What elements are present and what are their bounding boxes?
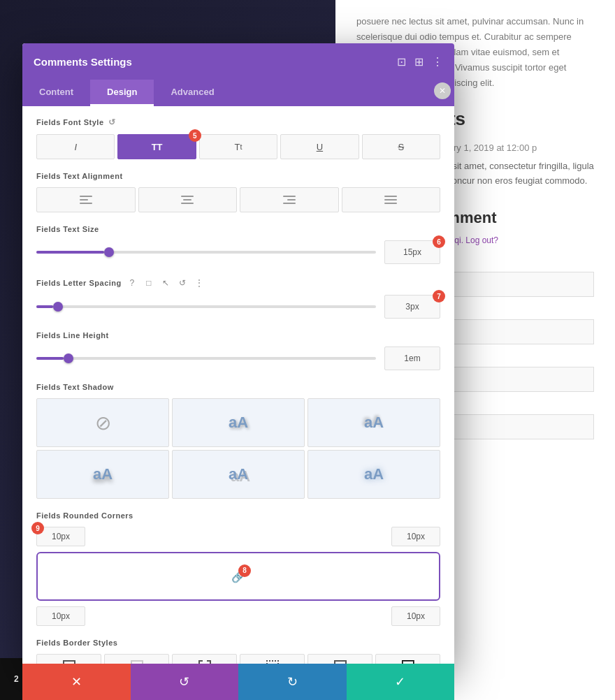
corner-top-right-input[interactable]: 10px [391,527,440,546]
corner-bottom-left-input[interactable]: 10px [36,606,85,626]
corner-bottom-right-input[interactable]: 10px [391,606,440,626]
alignment-buttons [36,187,440,212]
text-shadow-grid: ⊘ aA aA aA aA aA [36,398,440,499]
more-icon[interactable]: ⋮ [432,55,443,68]
device-icon[interactable]: □ [143,277,155,289]
border-styles-label-text: Fields Border Styles [36,639,117,647]
modal-header: Comments Settings ⊡ ⊞ ⋮ [22,43,454,80]
font-style-buttons: I TT 5 Tt U S [36,134,440,159]
line-height-label-text: Fields Line Height [36,331,109,340]
text-size-slider-fill [36,251,104,254]
cancel-button[interactable]: ✕ [22,664,131,700]
tab-design[interactable]: Design [90,80,154,106]
letter-spacing-value: 3px 7 [384,295,440,319]
columns-icon[interactable]: ⊞ [414,55,424,68]
text-size-slider-thumb[interactable] [104,247,114,257]
badge-7: 7 [433,290,445,302]
align-center-icon [181,196,194,204]
undo-icon[interactable]: ↺ [176,277,189,289]
letter-spacing-label-row: Fields Letter Spacing ? □ ↖ ↺ ⋮ [36,277,440,289]
corner-bottom-right-value: 10px [407,611,425,621]
line-height-slider-row: 1em [36,347,440,370]
text-size-slider-row: 15px 6 [36,240,440,264]
capitalize-button[interactable]: Tt [199,134,277,159]
strikethrough-button[interactable]: S [362,134,440,159]
shadow-none-button[interactable]: ⊘ [36,398,169,447]
underline-button[interactable]: U [280,134,359,159]
badge-8: 8 [238,564,251,577]
reset-button[interactable]: ↺ [131,664,239,700]
align-justify-button[interactable] [342,187,441,212]
shadow-5-text: aA [364,465,384,483]
line-height-label: Fields Line Height [36,331,440,340]
fields-font-style-text: Fields Font Style [36,118,104,126]
redo-icon: ↻ [287,674,298,690]
shadow-2-button[interactable]: aA [308,398,440,447]
cancel-icon: ✕ [71,674,82,690]
text-shadow-label: Fields Text Shadow [36,383,440,391]
corners-center-box: 🔗 8 [36,552,440,601]
corners-layout: 9 10px 10px 🔗 8 10px [36,527,440,626]
corners-bottom-row: 10px 10px [36,606,440,626]
cursor-icon[interactable]: ↖ [159,277,172,289]
line-height-slider-thumb[interactable] [64,353,73,363]
options-icon[interactable]: ⋮ [193,277,205,289]
align-center-button[interactable] [138,187,238,212]
shadow-3-text: aA [93,465,113,483]
help-icon[interactable]: ? [126,277,138,289]
modal-title: Comments Settings [34,56,132,68]
shadow-1-text: aA [229,414,248,432]
corner-top-left-value: 10px [52,532,70,541]
corner-top-right-value: 10px [407,532,425,541]
text-size-slider-track[interactable] [36,251,376,254]
modal-header-icons: ⊡ ⊞ ⋮ [397,55,443,68]
align-left-icon [80,196,92,204]
action-bar: ✕ ↺ ↻ ✓ [22,664,454,700]
letter-spacing-slider-row: 3px 7 [36,295,440,319]
link-icon[interactable]: 🔗 8 [231,570,245,583]
save-button[interactable]: ✓ [347,664,455,700]
modal-tabs: Content Design Advanced [22,80,454,106]
border-styles-label: Fields Border Styles [36,639,440,647]
fields-font-style-label: Fields Font Style ↺ [36,117,440,127]
no-shadow-icon: ⊘ [95,411,111,435]
rounded-corners-label: Fields Rounded Corners [36,511,440,520]
letter-spacing-slider-thumb[interactable] [53,302,63,312]
shadow-4-button[interactable]: aA [172,450,305,499]
line-height-value-text: 1em [404,353,420,363]
shadow-3-button[interactable]: aA [36,450,169,499]
bold-button[interactable]: TT 5 [117,134,196,159]
fields-text-alignment-text: Fields Text Alignment [36,172,123,180]
corners-top-row: 9 10px 10px [36,527,440,546]
shadow-2-text: aA [364,414,384,432]
text-size-value: 15px 6 [384,240,440,264]
shadow-1-button[interactable]: aA [172,398,305,447]
letter-spacing-slider-track[interactable] [36,305,376,308]
align-left-button[interactable] [36,187,136,212]
shadow-5-button[interactable]: aA [308,450,440,499]
line-height-slider-fill [36,357,64,360]
line-height-slider-track[interactable] [36,357,376,360]
align-justify-icon [384,196,397,204]
shadow-4-text: aA [229,465,248,483]
comments-settings-modal: Comments Settings ⊡ ⊞ ⋮ Content Design A… [22,43,454,665]
right-close-button[interactable]: ✕ [434,82,451,99]
redo-button[interactable]: ↻ [238,664,347,700]
resize-icon[interactable]: ⊡ [397,55,406,68]
fields-text-alignment-label: Fields Text Alignment [36,172,440,180]
tab-content[interactable]: Content [22,80,90,106]
modal-body: Fields Font Style ↺ I TT 5 Tt U S Fields… [22,106,454,665]
letter-spacing-slider-fill [36,305,53,308]
font-style-reset-icon[interactable]: ↺ [108,117,116,127]
align-right-button[interactable] [240,187,339,212]
badge-6: 6 [433,235,445,248]
reset-icon: ↺ [179,674,189,690]
tab-advanced[interactable]: Advanced [154,80,231,106]
rounded-corners-label-text: Fields Rounded Corners [36,511,133,520]
badge-9: 9 [31,522,44,534]
letter-spacing-value-text: 3px [405,302,419,312]
line-height-value: 1em [384,347,440,370]
corner-top-left-input[interactable]: 9 10px [36,527,85,546]
italic-button[interactable]: I [36,134,115,159]
fields-text-size-label: Fields Text Size [36,225,440,233]
